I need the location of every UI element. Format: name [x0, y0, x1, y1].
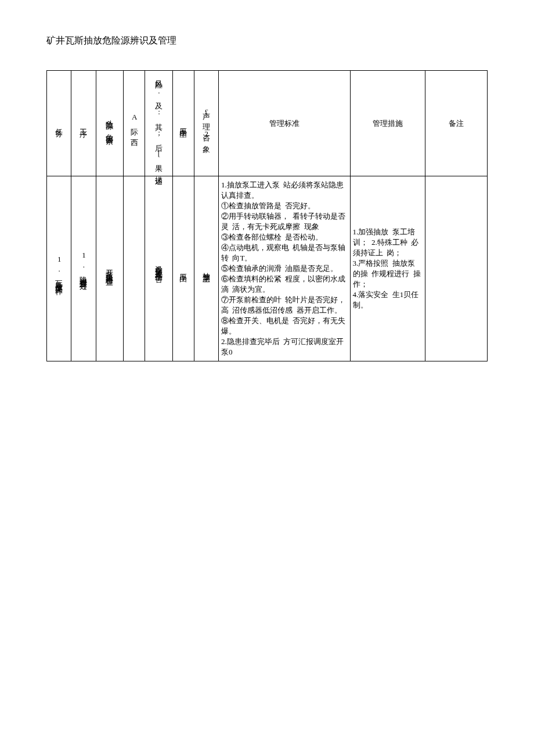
table-row: 1.瓦斯推放泵操祚 1.隐患排查与处H 开泵前未隐患检查 设备损坏或人身伤害。 … — [47, 176, 488, 361]
cell-6: 抽放泵工 — [194, 176, 218, 361]
hazard-table: 任务 工序 危险源/危害因素 A际 西 风险 .及 :其 ;后 [果 描述 厚由… — [46, 70, 488, 361]
col-procedure: 工序 — [71, 71, 96, 176]
col-measures: 管理措施 — [350, 71, 425, 176]
cell-task: 1.瓦斯推放泵操祚 — [47, 176, 71, 361]
table-header-row: 任务 工序 危险源/危害因素 A际 西 风险 .及 :其 ;后 [果 描述 厚由… — [47, 71, 488, 176]
col-risk-desc: 风险 .及 :其 ;后 [果 描述 — [145, 71, 173, 176]
col-3: A际 西 — [124, 71, 145, 176]
cell-3 — [124, 176, 145, 361]
col-remarks: 备注 — [425, 71, 487, 176]
cell-remarks — [425, 176, 487, 361]
col-standard: 管理标准 — [218, 71, 350, 176]
col-hazard: 危险源/危害因素 — [96, 71, 124, 176]
col-task: 任务 — [47, 71, 71, 176]
cell-hazard: 开泵前未隐患检查 — [96, 176, 124, 361]
cell-procedure: 1.隐患排查与处H — [71, 176, 96, 361]
cell-5: 厚由 — [172, 176, 194, 361]
cell-standard: 1.抽放泵工进入泵 站必须将泵站隐患 认真排查。 ①检查抽放管路是 否完好。 ②… — [218, 176, 350, 361]
col-5: 厚由空 — [172, 71, 194, 176]
page-title: 矿井瓦斯抽放危险源辨识及管理 — [46, 35, 488, 47]
cell-risk-desc: 设备损坏或人身伤害。 — [145, 176, 173, 361]
col-6: 声£理 咨2象 — [194, 71, 218, 176]
cell-measures: 1.加强抽放 泵工培训； 2.特殊工种 必须持证上 岗； 3.严格按照 抽放泵的… — [350, 176, 425, 361]
